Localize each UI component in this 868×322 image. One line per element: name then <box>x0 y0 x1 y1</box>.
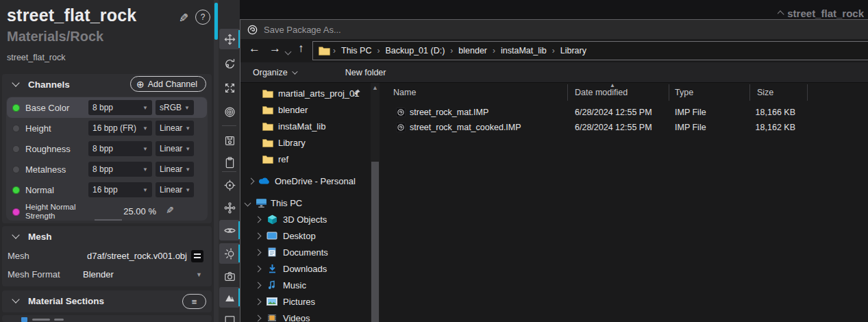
height-normal-strength-row[interactable]: Height Normal Strength 25.00 % ✎ <box>7 200 207 223</box>
breadcrumb-this-pc[interactable]: This PC <box>341 46 371 55</box>
tree-item-documents[interactable]: Documents <box>240 244 371 260</box>
expand-chevron-icon[interactable] <box>255 265 262 272</box>
channel-row-normal[interactable]: Normal 16 bpp▼ Linear▼ <box>7 179 207 200</box>
target-tool-button[interactable] <box>219 175 240 195</box>
add-channel-button[interactable]: ⊕ Add Channel <box>130 76 206 92</box>
column-divider[interactable] <box>567 84 568 101</box>
expand-chevron-icon[interactable] <box>255 282 262 288</box>
tree-item-music[interactable]: Music <box>240 277 371 293</box>
lighting-toggle-button[interactable] <box>219 243 240 264</box>
strength-slider[interactable] <box>95 219 122 221</box>
channel-enabled-dot[interactable] <box>12 125 20 132</box>
mesh-collapse-icon[interactable] <box>12 231 19 238</box>
tree-item-pictures[interactable]: Pictures <box>240 293 371 310</box>
save-button[interactable] <box>219 130 240 151</box>
tree-item-pinned-folder[interactable]: martial_arts_proj_01 <box>240 85 371 101</box>
move-tool-button[interactable] <box>219 29 240 49</box>
address-bar[interactable]: › This PC › Backup_01 (D:) › blender › i… <box>312 41 868 60</box>
file-row[interactable]: street_rock_mat_cooked.IMP 6/28/2024 12:… <box>381 121 868 136</box>
tree-item-folder[interactable]: Library <box>240 134 371 151</box>
dialog-titlebar[interactable]: Save Package As... <box>240 20 868 39</box>
tree-item-folder[interactable]: blender <box>240 101 371 118</box>
expand-chevron-icon[interactable] <box>255 314 262 321</box>
color-space-dropdown[interactable]: Linear▼ <box>156 121 194 136</box>
expand-chevron-icon[interactable] <box>248 177 255 184</box>
breadcrumb-instamat-lib[interactable]: instaMat_lib <box>501 46 547 55</box>
channel-row-metalness[interactable]: Metalness 8 bpp▼ Linear▼ <box>7 159 207 179</box>
organize-menu[interactable]: Organize <box>253 68 296 77</box>
focus-rings-button[interactable] <box>219 101 240 122</box>
new-folder-button[interactable]: New folder <box>345 68 386 77</box>
sections-collapse-icon[interactable] <box>12 295 19 303</box>
strength-value[interactable]: 25.00 % <box>123 206 156 216</box>
bit-depth-dropdown[interactable]: 8 bpp▼ <box>88 100 152 115</box>
mesh-format-dropdown[interactable]: Blender <box>83 269 114 280</box>
expand-chevron-icon[interactable] <box>255 216 262 223</box>
clipboard-button[interactable] <box>219 152 240 173</box>
column-header-size[interactable]: Size <box>757 88 773 97</box>
3d-objects-icon <box>267 214 277 225</box>
mesh-file-value[interactable]: d7af/street_rock.v001.obj <box>87 251 187 261</box>
panel-scrollbar[interactable] <box>214 0 219 322</box>
channels-collapse-icon[interactable] <box>12 79 19 86</box>
collapse-chevron-icon[interactable] <box>245 199 251 206</box>
channel-enabled-dot[interactable] <box>12 166 20 173</box>
column-divider[interactable] <box>749 84 750 101</box>
color-space-dropdown[interactable]: sRGB▼ <box>156 100 194 115</box>
breadcrumb-library[interactable]: Library <box>560 46 586 55</box>
scale-tool-button[interactable] <box>219 77 240 98</box>
display-button[interactable] <box>219 310 240 322</box>
edit-title-icon[interactable]: ✎ <box>179 11 188 25</box>
up-button[interactable]: ↑ <box>298 42 304 55</box>
tree-scrollbar[interactable]: ▲ <box>371 83 380 322</box>
channel-row-height[interactable]: Height 16 bpp (FR)▼ Linear▼ <box>7 118 207 138</box>
tree-item-videos[interactable]: Videos <box>240 310 371 322</box>
bit-depth-dropdown[interactable]: 16 bpp (FR)▼ <box>88 121 152 136</box>
breadcrumb-drive[interactable]: Backup_01 (D:) <box>385 46 445 55</box>
tree-item-folder[interactable]: instaMat_lib <box>240 118 371 134</box>
tree-scrollbar-thumb[interactable] <box>371 162 379 322</box>
visibility-toggle-button[interactable] <box>219 220 240 240</box>
back-button[interactable]: ← <box>249 42 260 55</box>
sections-menu-button[interactable]: ≡ <box>182 294 206 309</box>
bit-depth-dropdown[interactable]: 8 bpp▼ <box>88 141 152 156</box>
color-space-dropdown[interactable]: Linear▼ <box>156 182 194 197</box>
channel-enabled-dot[interactable] <box>12 104 20 112</box>
tree-item-downloads[interactable]: Downloads <box>240 260 371 277</box>
column-divider[interactable] <box>669 84 669 101</box>
forward-button[interactable]: → <box>269 42 281 55</box>
color-space-dropdown[interactable]: Linear▼ <box>156 141 194 156</box>
expand-chevron-icon[interactable] <box>255 232 262 239</box>
recent-locations-dropdown-icon[interactable] <box>285 49 292 55</box>
panel-scrollbar-thumb[interactable] <box>214 3 218 40</box>
tree-item-onedrive[interactable]: OneDrive - Personal <box>240 173 371 189</box>
rotate-tool-button[interactable] <box>219 53 240 74</box>
file-row[interactable]: street_rock_mat.IMP 6/28/2024 12:55 PM I… <box>381 106 868 121</box>
tree-item-folder[interactable]: ref <box>240 151 371 167</box>
expand-chevron-icon[interactable] <box>255 249 262 256</box>
channel-row-roughness[interactable]: Roughness 8 bpp▼ Linear▼ <box>7 138 207 159</box>
column-header-name[interactable]: Name <box>393 88 416 97</box>
bit-depth-dropdown[interactable]: 8 bpp▼ <box>88 162 152 177</box>
expand-chevron-icon[interactable] <box>255 298 262 305</box>
color-space-dropdown[interactable]: Linear▼ <box>156 162 194 177</box>
edit-value-icon[interactable]: ✎ <box>166 205 174 216</box>
column-divider[interactable] <box>807 84 808 101</box>
column-header-type[interactable]: Type <box>675 88 693 97</box>
bit-depth-dropdown[interactable]: 16 bpp▼ <box>88 182 152 197</box>
channel-enabled-dot[interactable] <box>12 145 20 153</box>
column-header-date[interactable]: Date modified <box>575 88 628 97</box>
channel-enabled-dot[interactable] <box>12 186 20 194</box>
tree-item-3d-objects[interactable]: 3D Objects <box>240 211 371 227</box>
help-button[interactable]: ? <box>195 10 210 25</box>
breadcrumb-blender[interactable]: blender <box>458 46 487 55</box>
node-graph-button[interactable] <box>219 197 240 218</box>
channel-enabled-dot[interactable] <box>12 208 20 216</box>
mesh-picker-button[interactable] <box>191 250 203 262</box>
tree-item-desktop[interactable]: Desktop <box>240 227 371 244</box>
tree-item-this-pc[interactable]: This PC <box>240 195 371 211</box>
environment-button[interactable] <box>219 287 240 308</box>
scroll-up-arrow-icon[interactable]: ▲ <box>372 84 378 91</box>
camera-button[interactable] <box>219 266 240 286</box>
channel-row-base-color[interactable]: Base Color 8 bpp▼ sRGB▼ <box>7 97 207 118</box>
